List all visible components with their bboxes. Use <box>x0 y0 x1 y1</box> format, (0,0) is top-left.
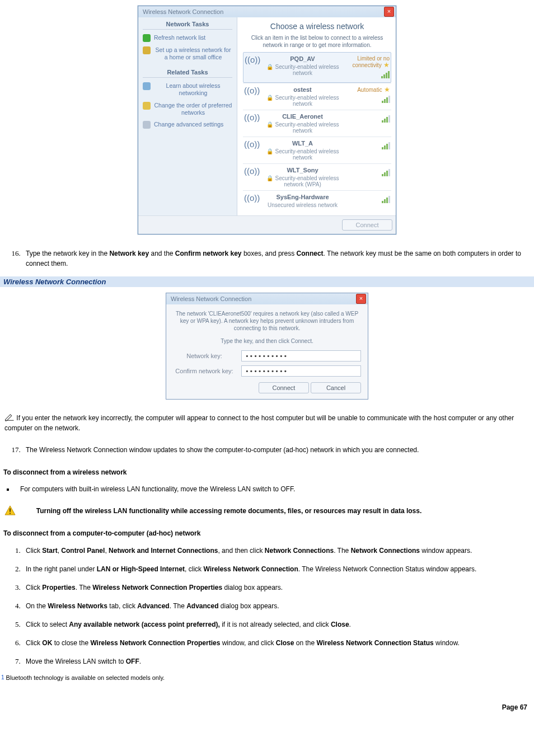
wifi-icon: ((ο)) <box>245 55 258 79</box>
sidebar-change-order[interactable]: Change the order of preferred networks <box>143 102 232 116</box>
dialog-help: The network 'CLIEAeronet500' requires a … <box>173 310 361 332</box>
dialog-titlebar: Wireless Network Connection × <box>166 293 368 304</box>
network-ssid: PQD_AV <box>260 55 345 62</box>
network-item[interactable]: ((ο))PQD_AV🔒Security-enabled wireless ne… <box>243 52 391 83</box>
adhoc-step-1: Click Start, Control Panel, Network and … <box>22 545 534 556</box>
favorite-star-icon: ★ <box>382 61 390 69</box>
adhoc-step-6: Click OK to close the Wireless Network C… <box>22 637 534 648</box>
step-16: Type the network key in the Network key … <box>22 248 534 269</box>
network-security: Unsecured wireless network <box>260 202 345 208</box>
network-item[interactable]: ((ο))ostest🔒Security-enabled wireless ne… <box>243 83 391 110</box>
signal-bars-icon <box>382 195 390 203</box>
network-security: 🔒Security-enabled wireless network <box>260 64 345 76</box>
signal-bars-icon <box>382 115 390 123</box>
lock-icon: 🔒 <box>266 121 273 128</box>
network-security: 🔒Security-enabled wireless network (WPA) <box>260 175 345 187</box>
sidebar-heading-tasks: Network Tasks <box>143 21 232 30</box>
network-item[interactable]: ((ο))WLT_Sony🔒Security-enabled wireless … <box>243 163 391 190</box>
network-list-pane: Choose a wireless network Click an item … <box>237 17 396 215</box>
window-titlebar: Wireless Network Connection × <box>138 6 396 17</box>
wifi-icon: ((ο)) <box>244 86 257 107</box>
close-icon[interactable]: × <box>384 7 394 17</box>
network-status: Limited or no connectivity ★ <box>347 55 390 69</box>
star-icon <box>143 102 151 110</box>
network-security: 🔒Security-enabled wireless network <box>260 148 345 161</box>
favorite-star-icon: ★ <box>382 86 390 93</box>
wifi-icon: ((ο)) <box>244 113 257 134</box>
figure-key-dialog: Wireless Network Connection × The networ… <box>0 293 534 400</box>
note-icon <box>4 414 15 421</box>
network-key-label: Network key: <box>173 353 236 359</box>
lock-icon: 🔒 <box>266 175 273 181</box>
lock-icon: 🔒 <box>266 148 273 154</box>
confirm-key-label: Confirm network key: <box>173 368 236 374</box>
network-security: 🔒Security-enabled wireless network <box>260 121 345 134</box>
key-dialog: Wireless Network Connection × The networ… <box>166 293 368 400</box>
adhoc-step-2: In the right panel under LAN or High-Spe… <box>22 564 534 574</box>
xp-window: Wireless Network Connection × Network Ta… <box>138 6 396 234</box>
signal-bars-icon <box>382 168 390 176</box>
network-item[interactable]: ((ο))CLIE_Aeronet🔒Security-enabled wirel… <box>243 110 391 137</box>
dialog-connect-button[interactable]: Connect <box>259 382 309 393</box>
heading-disconnect: To disconnect from a wireless network <box>3 468 534 476</box>
section-heading: Wireless Network Connection <box>0 276 534 287</box>
confirm-key-input[interactable]: •••••••••• <box>241 365 361 377</box>
adhoc-step-5: Click to select Any available network (a… <box>22 619 534 630</box>
adhoc-step-4: On the Wireless Networks tab, click Adva… <box>22 600 534 611</box>
network-item[interactable]: ((ο))SysEng-HardwareUnsecured wireless n… <box>243 190 391 211</box>
network-ssid: ostest <box>260 86 345 93</box>
network-ssid: WLT_A <box>260 140 345 147</box>
wifi-icon: ((ο)) <box>244 167 257 187</box>
sidebar-heading-related: Related Tasks <box>143 69 232 78</box>
dialog-instruction: Type the key, and then click Connect. <box>173 337 361 345</box>
network-ssid: WLT_Sony <box>260 167 345 173</box>
connect-button[interactable]: Connect <box>342 219 392 231</box>
sidebar: Network Tasks Refresh network list Set u… <box>138 17 237 215</box>
page-number: Page 67 <box>0 703 527 711</box>
network-list: ((ο))PQD_AV🔒Security-enabled wireless ne… <box>243 52 391 211</box>
network-status: Automatic ★ <box>348 86 390 93</box>
adhoc-step-3: Click Properties. The Wireless Network C… <box>22 582 534 593</box>
network-key-input[interactable]: •••••••••• <box>241 350 361 361</box>
network-security: 🔒Security-enabled wireless network <box>260 95 345 107</box>
lock-icon: 🔒 <box>266 64 273 70</box>
signal-bars-icon <box>381 71 390 78</box>
step-17: The Wireless Network Connection window u… <box>22 444 534 455</box>
warning-data-loss: Turning off the wireless LAN functionali… <box>4 505 530 516</box>
sidebar-learn[interactable]: Learn about wireless networking <box>143 82 232 97</box>
footnote: 1 Bluetooth technology is available on s… <box>1 674 534 681</box>
pane-help: Click an item in the list below to conne… <box>243 34 391 49</box>
window-footer: Connect <box>138 215 396 234</box>
lock-icon: 🔒 <box>266 95 273 101</box>
sidebar-setup-network[interactable]: Set up a wireless network for a home or … <box>143 46 232 61</box>
disconnect-bullet: For computers with built-in wireless LAN… <box>15 484 534 494</box>
info-icon <box>143 82 151 90</box>
signal-bars-icon <box>382 95 390 103</box>
dialog-title: Wireless Network Connection <box>171 295 251 302</box>
svg-rect-1 <box>10 513 11 514</box>
warning-icon <box>4 505 16 515</box>
network-item[interactable]: ((ο))WLT_A🔒Security-enabled wireless net… <box>243 137 391 163</box>
adhoc-step-7: Move the Wireless LAN switch to OFF. <box>22 656 534 666</box>
window-title: Wireless Network Connection <box>143 8 223 15</box>
sidebar-advanced[interactable]: Change advanced settings <box>143 121 232 129</box>
home-network-icon <box>143 46 151 54</box>
network-ssid: CLIE_Aeronet <box>260 113 345 120</box>
wifi-icon: ((ο)) <box>244 194 257 208</box>
sidebar-refresh[interactable]: Refresh network list <box>143 34 232 42</box>
network-ssid: SysEng-Hardware <box>260 194 345 200</box>
pane-heading: Choose a wireless network <box>243 22 391 31</box>
figure-choose-network: Wireless Network Connection × Network Ta… <box>0 6 534 234</box>
svg-rect-0 <box>10 509 11 512</box>
dialog-cancel-button[interactable]: Cancel <box>311 382 361 393</box>
close-icon[interactable]: × <box>356 294 366 304</box>
gear-icon <box>143 121 151 129</box>
refresh-icon <box>143 34 151 42</box>
signal-bars-icon <box>382 142 390 149</box>
wifi-icon: ((ο)) <box>244 140 257 161</box>
note-wrong-key: If you enter the network key incorrectly… <box>4 413 530 433</box>
heading-adhoc-disconnect: To disconnect from a computer-to-compute… <box>3 529 534 537</box>
